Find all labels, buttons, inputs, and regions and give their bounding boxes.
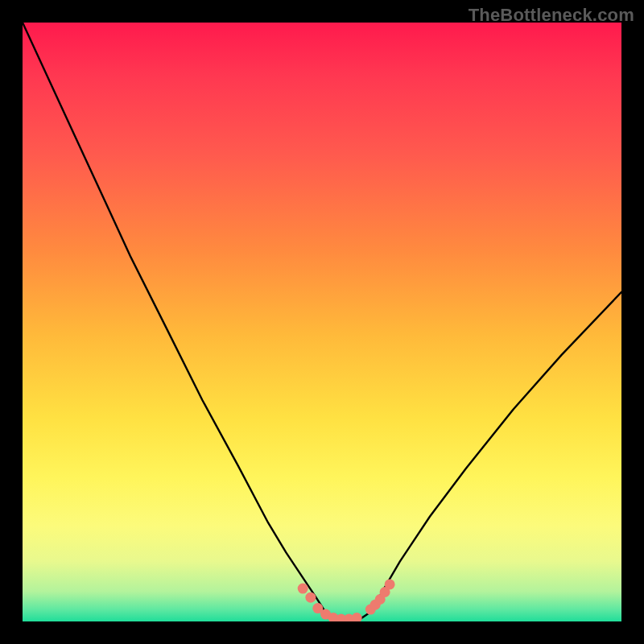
bottleneck-curve [23, 23, 621, 621]
marker-point [385, 579, 395, 589]
watermark-text: TheBottleneck.com [469, 5, 634, 26]
marker-group [298, 579, 395, 621]
marker-point [352, 613, 362, 621]
chart-svg [23, 23, 621, 621]
marker-point [298, 584, 308, 594]
marker-point [305, 592, 316, 603]
chart-plot-area [23, 23, 621, 621]
